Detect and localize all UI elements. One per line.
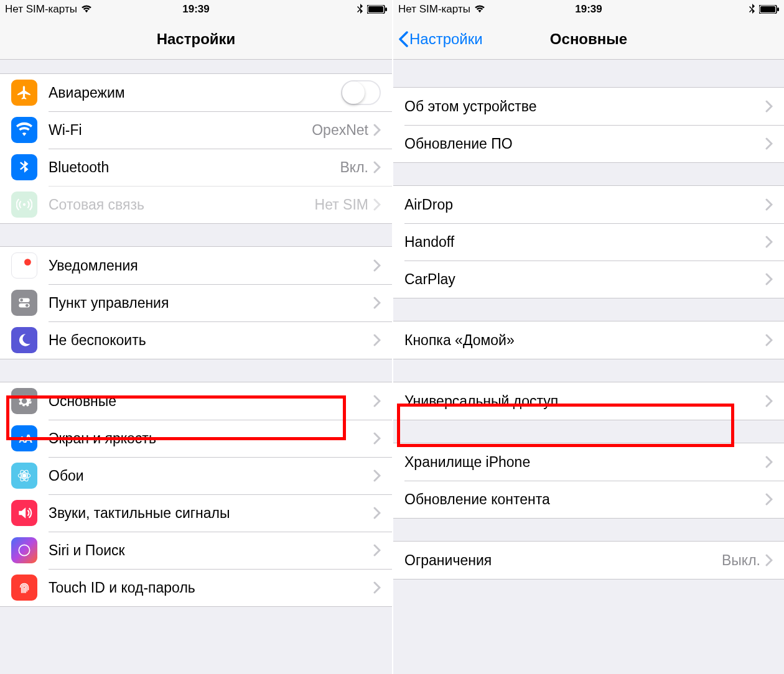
page-title: Настройки [157, 30, 236, 48]
chevron-right-icon [373, 544, 381, 556]
carrier-text: Нет SIM-карты [398, 3, 470, 16]
cell-label: Обои [49, 468, 373, 484]
cell-label: Основные [49, 393, 373, 410]
svg-point-3 [23, 203, 26, 206]
chevron-right-icon [373, 161, 381, 173]
cell-label: Обновление контента [404, 491, 765, 508]
cell-wifi[interactable]: Wi-Fi OpexNet [0, 111, 392, 149]
wallpaper-icon [11, 463, 37, 489]
cell-touchid[interactable]: Touch ID и код-пароль [0, 569, 392, 606]
status-bar: Нет SIM-карты 19:39 [393, 0, 784, 19]
cell-background-refresh[interactable]: Обновление контента [393, 481, 784, 518]
chevron-right-icon [373, 507, 381, 519]
cell-label: CarPlay [404, 271, 765, 288]
settings-group-connectivity: Авиарежим Wi-Fi OpexNet Bluetooth Вкл. С… [0, 73, 392, 224]
chevron-right-icon [373, 395, 381, 407]
cell-label: Экран и яркость [49, 430, 373, 447]
cell-label: Touch ID и код-пароль [49, 579, 373, 596]
chevron-right-icon [765, 100, 773, 113]
general-group-storage: Хранилище iPhone Обновление контента [393, 443, 784, 519]
cell-siri[interactable]: Siri и Поиск [0, 532, 392, 569]
nav-bar: Настройки [0, 19, 392, 60]
wifi-status-icon [474, 5, 485, 14]
cell-cellular[interactable]: Сотовая связь Нет SIM [0, 186, 392, 223]
svg-point-5 [24, 259, 31, 265]
svg-point-8 [20, 298, 23, 302]
cell-display[interactable]: AA Экран и яркость [0, 420, 392, 457]
svg-point-12 [22, 474, 27, 478]
chevron-right-icon [765, 456, 773, 468]
cell-general[interactable]: Основные [0, 382, 392, 420]
cell-home-button[interactable]: Кнопка «Домой» [393, 321, 784, 359]
airplane-toggle[interactable] [341, 80, 381, 105]
cell-label: Звуки, тактильные сигналы [49, 505, 373, 522]
sounds-icon [11, 500, 37, 526]
wifi-icon [11, 117, 37, 143]
cell-value: Вкл. [340, 159, 368, 176]
cell-label: Handoff [404, 234, 765, 251]
control-center-icon [11, 290, 37, 316]
back-label: Настройки [409, 30, 483, 48]
fingerprint-icon [11, 575, 37, 601]
cell-label: Хранилище iPhone [404, 454, 765, 471]
page-title: Основные [550, 30, 627, 48]
chevron-right-icon [373, 469, 381, 482]
cell-bluetooth[interactable]: Bluetooth Вкл. [0, 149, 392, 186]
cell-carplay[interactable]: CarPlay [393, 261, 784, 298]
svg-rect-2 [385, 7, 387, 11]
svg-point-16 [19, 545, 29, 555]
cell-label: Обновление ПО [404, 136, 765, 152]
general-group-home: Кнопка «Домой» [393, 321, 784, 359]
cell-value: Выкл. [722, 552, 760, 569]
svg-rect-18 [760, 6, 775, 12]
nav-bar: Настройки Основные [393, 19, 784, 60]
cell-label: Авиарежим [49, 85, 341, 101]
display-brightness-icon: AA [11, 425, 37, 451]
cellular-icon [11, 192, 37, 218]
carrier-text: Нет SIM-карты [5, 3, 77, 16]
chevron-right-icon [373, 334, 381, 346]
cell-software-update[interactable]: Обновление ПО [393, 125, 784, 162]
status-bar: Нет SIM-карты 19:39 [0, 0, 392, 19]
cell-iphone-storage[interactable]: Хранилище iPhone [393, 443, 784, 481]
general-group-about: Об этом устройстве Обновление ПО [393, 87, 784, 163]
settings-group-general: Основные AA Экран и яркость Обои Звуки, … [0, 382, 392, 607]
cell-sounds[interactable]: Звуки, тактильные сигналы [0, 494, 392, 532]
notifications-icon [11, 252, 37, 279]
chevron-right-icon [373, 432, 381, 445]
cell-wallpaper[interactable]: Обои [0, 457, 392, 494]
cell-label: Wi-Fi [49, 122, 312, 139]
cell-about[interactable]: Об этом устройстве [393, 88, 784, 125]
cell-label: Siri и Поиск [49, 542, 373, 559]
settings-group-notifications: Уведомления Пункт управления Не беспокои… [0, 246, 392, 359]
bluetooth-status-icon [749, 4, 755, 15]
general-group-restrictions: Ограничения Выкл. [393, 541, 784, 579]
cell-value: OpexNet [312, 122, 368, 139]
chevron-right-icon [765, 137, 773, 150]
cell-handoff[interactable]: Handoff [393, 223, 784, 261]
cell-label: Не беспокоить [49, 332, 373, 349]
svg-point-9 [26, 304, 29, 307]
bluetooth-icon [11, 154, 37, 180]
cell-dnd[interactable]: Не беспокоить [0, 321, 392, 359]
chevron-right-icon [373, 581, 381, 594]
cell-control-center[interactable]: Пункт управления [0, 284, 392, 321]
gear-icon [11, 388, 37, 414]
cell-notifications[interactable]: Уведомления [0, 247, 392, 284]
cell-label: Универсальный доступ [404, 393, 765, 410]
back-button[interactable]: Настройки [398, 30, 483, 48]
chevron-right-icon [765, 236, 773, 248]
cell-restrictions[interactable]: Ограничения Выкл. [393, 542, 784, 579]
chevron-right-icon [373, 198, 381, 211]
airplane-icon [11, 80, 37, 106]
cell-label: Ограничения [404, 552, 722, 569]
wifi-status-icon [81, 5, 92, 14]
svg-rect-19 [777, 7, 779, 11]
chevron-right-icon [765, 334, 773, 346]
cell-accessibility[interactable]: Универсальный доступ [393, 382, 784, 420]
cell-airplane[interactable]: Авиарежим [0, 74, 392, 111]
chevron-right-icon [373, 297, 381, 309]
cell-airdrop[interactable]: AirDrop [393, 186, 784, 223]
cell-label: Уведомления [49, 257, 373, 274]
svg-rect-1 [368, 6, 383, 12]
